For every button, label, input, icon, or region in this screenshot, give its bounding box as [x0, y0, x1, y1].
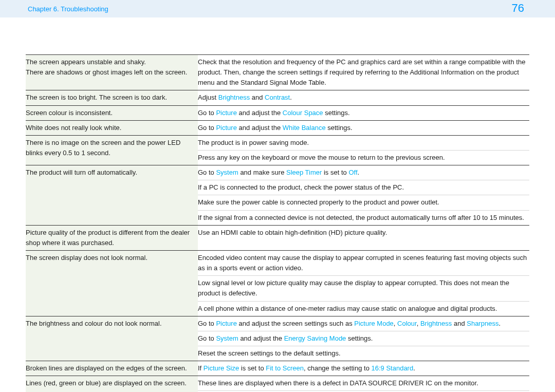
- text-run: and adjust the: [238, 334, 284, 342]
- table-group: The screen appears unstable and shaky.Th…: [26, 55, 529, 90]
- text-run: Contrast: [265, 94, 290, 101]
- text-run: and make sure: [238, 169, 286, 176]
- table-row: Picture quality of the product is differ…: [26, 225, 529, 250]
- table-group: There is no image on the screen and the …: [26, 135, 529, 165]
- solution-cell: Go to System and adjust the Energy Savin…: [198, 331, 529, 346]
- text-run: settings.: [323, 109, 350, 117]
- solution-cell: If a PC is connected to the product, che…: [198, 180, 529, 195]
- text-run: and adjust the: [237, 109, 283, 117]
- symptom-cell: The screen is too bright. The screen is …: [26, 90, 198, 105]
- text-run: Check that the resolution and frequency …: [198, 58, 525, 86]
- symptom-line: Broken lines are displayed on the edges …: [26, 363, 196, 374]
- text-run: Fit to Screen: [266, 364, 304, 372]
- symptom-line: White does not really look white.: [26, 123, 196, 133]
- text-run: and adjust the: [237, 124, 283, 132]
- table-row: There is no image on the screen and the …: [26, 135, 529, 150]
- text-run: Sharpness: [467, 320, 498, 327]
- symptom-cell: Picture quality of the product is differ…: [26, 225, 198, 250]
- symptom-cell: Broken lines are displayed on the edges …: [26, 361, 198, 376]
- symptom-cell: The screen appears unstable and shaky.Th…: [26, 55, 198, 90]
- text-run: .: [358, 169, 360, 176]
- text-run: Go to: [198, 124, 216, 132]
- text-run: settings.: [346, 334, 373, 342]
- text-run: Brightness: [420, 320, 452, 327]
- text-run: settings.: [326, 124, 353, 132]
- symptom-cell: Screen colour is inconsistent.: [26, 105, 198, 120]
- text-run: A cell phone within a distance of one-me…: [198, 305, 497, 312]
- text-run: Picture Size: [203, 364, 239, 372]
- symptom-line: Picture quality of the product is differ…: [26, 228, 196, 248]
- symptom-cell: The product will turn off automatically.: [26, 165, 198, 226]
- text-run: Make sure the power cable is connected p…: [198, 198, 439, 206]
- text-run: Energy Saving Mode: [284, 334, 346, 342]
- text-run: Brightness: [218, 94, 250, 101]
- text-run: The product is in power saving mode.: [198, 139, 309, 146]
- table-group: White does not really look white.Go to P…: [26, 120, 529, 135]
- table-group: The screen is too bright. The screen is …: [26, 90, 529, 105]
- table-row: The screen appears unstable and shaky.Th…: [26, 55, 529, 90]
- table-row: White does not really look white.Go to P…: [26, 120, 529, 135]
- text-run: .: [413, 364, 415, 372]
- symptom-line: The screen is too bright. The screen is …: [26, 92, 196, 103]
- text-run: These lines are displayed when there is …: [198, 379, 478, 387]
- symptom-cell: There is no image on the screen and the …: [26, 135, 198, 165]
- solution-cell: Go to Picture and adjust the screen sett…: [198, 316, 529, 331]
- content-area: The screen appears unstable and shaky.Th…: [0, 17, 555, 392]
- text-run: Go to: [198, 334, 216, 342]
- solution-cell: Make sure the power cable is connected p…: [198, 195, 529, 210]
- text-run: Low signal level or low picture quality …: [198, 279, 509, 297]
- text-run: Press any key on the keyboard or move th…: [198, 154, 445, 161]
- text-run: and adjust the screen settings such as: [237, 320, 354, 327]
- solution-cell: Low signal level or low picture quality …: [198, 276, 529, 301]
- text-run: If the signal from a connected device is…: [198, 214, 524, 221]
- solution-cell: Encoded video content may cause the disp…: [198, 250, 529, 275]
- solution-cell: Go to Picture and adjust the Colour Spac…: [198, 105, 529, 120]
- symptom-line: The screen appears unstable and shaky.: [26, 57, 196, 67]
- table-row: The screen display does not look normal.…: [26, 250, 529, 275]
- text-run: Picture: [216, 109, 236, 117]
- symptom-line: Screen colour is inconsistent.: [26, 108, 196, 118]
- text-run: Use an HDMI cable to obtain high-definit…: [198, 229, 387, 236]
- solution-cell: These lines are displayed when there is …: [198, 376, 529, 391]
- table-group: The product will turn off automatically.…: [26, 165, 529, 226]
- text-run: White Balance: [283, 124, 326, 132]
- text-run: Reset the screen settings to the default…: [198, 349, 341, 357]
- table-group: The brightness and colour do not look no…: [26, 316, 529, 361]
- symptom-line: There is no image on the screen and the …: [26, 138, 196, 158]
- text-run: ,: [394, 320, 397, 327]
- symptom-line: Lines (red, green or blue) are displayed…: [26, 378, 196, 388]
- chapter-title: Chapter 6. Troubleshooting: [28, 5, 108, 13]
- page-number: 76: [512, 2, 524, 15]
- symptom-line: The brightness and colour do not look no…: [26, 319, 196, 329]
- text-run: .: [290, 94, 292, 101]
- solution-cell: A cell phone within a distance of one-me…: [198, 301, 529, 316]
- text-run: Picture: [216, 124, 236, 132]
- solution-cell: If Picture Size is set to Fit to Screen,…: [198, 361, 529, 376]
- text-run: Picture Mode: [354, 320, 394, 327]
- text-run: System: [216, 169, 238, 176]
- text-run: and: [452, 320, 467, 327]
- symptom-line: The product will turn off automatically.: [26, 167, 196, 178]
- table-group: The screen display does not look normal.…: [26, 250, 529, 316]
- solution-cell: Check that the resolution and frequency …: [198, 55, 529, 90]
- text-run: 16:9 Standard: [372, 364, 414, 372]
- solution-cell: Use an HDMI cable to obtain high-definit…: [198, 225, 529, 250]
- table-row: Lines (red, green or blue) are displayed…: [26, 376, 529, 391]
- symptom-cell: Lines (red, green or blue) are displayed…: [26, 376, 198, 392]
- table-row: Broken lines are displayed on the edges …: [26, 361, 529, 376]
- symptom-cell: The brightness and colour do not look no…: [26, 316, 198, 361]
- solution-cell: Reset the screen settings to the default…: [198, 346, 529, 361]
- symptom-line: The screen display does not look normal.: [26, 253, 196, 263]
- text-run: If a PC is connected to the product, che…: [198, 183, 404, 191]
- text-run: Adjust: [198, 94, 218, 101]
- symptom-cell: The screen display does not look normal.: [26, 250, 198, 316]
- text-run: Colour: [397, 320, 417, 327]
- troubleshooting-table: The screen appears unstable and shaky.Th…: [26, 54, 529, 392]
- solution-cell: Go to System and make sure Sleep Timer i…: [198, 165, 529, 180]
- table-row: The screen is too bright. The screen is …: [26, 90, 529, 105]
- text-run: System: [216, 334, 238, 342]
- text-run: is set to: [322, 169, 348, 176]
- text-run: Encoded video content may cause the disp…: [198, 254, 527, 272]
- text-run: ,: [417, 320, 420, 327]
- text-run: and: [250, 94, 265, 101]
